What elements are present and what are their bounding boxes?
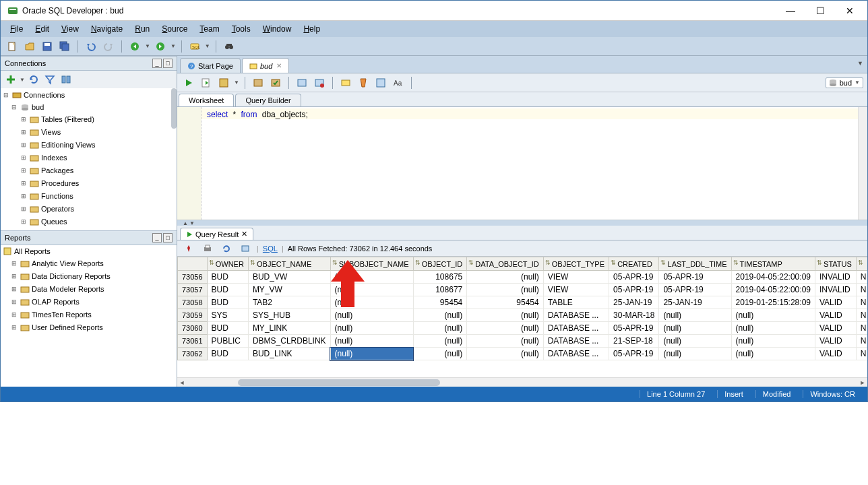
grid-cell[interactable]: (null) xyxy=(731,322,815,335)
grid-cell[interactable]: 05-APR-19 xyxy=(609,271,659,284)
grid-cell[interactable]: (null) xyxy=(330,309,413,322)
tree-item-label[interactable]: Data Modeler Reports xyxy=(32,285,104,293)
dropdown-arrow-icon[interactable]: ▼ xyxy=(205,43,210,49)
grid-cell[interactable]: (null) xyxy=(413,335,467,348)
column-header[interactable]: ⇅ OBJECT_NAME xyxy=(248,257,330,271)
grid-cell[interactable]: 05-APR-19 xyxy=(659,284,731,296)
grid-cell[interactable]: (null) xyxy=(467,348,543,360)
reports-root-label[interactable]: All Reports xyxy=(14,247,51,255)
undo-icon[interactable] xyxy=(84,39,98,54)
row-number[interactable]: 73056 xyxy=(178,271,208,284)
grid-cell[interactable]: DATABASE ... xyxy=(543,335,609,348)
tree-item-label[interactable]: Queues xyxy=(41,218,67,226)
panel-minimize-icon[interactable]: _ xyxy=(152,59,162,68)
grid-cell[interactable]: BUD_LINK xyxy=(248,348,330,360)
grid-cell[interactable]: VALID xyxy=(815,322,856,335)
grid-cell[interactable]: (null) xyxy=(330,284,413,296)
grid-cell[interactable]: VALID xyxy=(815,348,856,360)
grid-cell[interactable]: 2019-04-05:22:00:09 xyxy=(731,271,815,284)
connections-tree[interactable]: ⊟Connections ⊟bud ⊞Tables (Filtered)⊞Vie… xyxy=(1,88,177,230)
menu-team[interactable]: Team xyxy=(194,22,224,36)
grid-cell[interactable]: SYS xyxy=(207,309,248,322)
grid-cell[interactable]: VALID xyxy=(815,296,856,309)
tree-item-label[interactable]: Data Dictionary Reports xyxy=(32,272,111,280)
grid-cell[interactable]: N xyxy=(856,348,867,360)
grid-cell[interactable]: (null) xyxy=(330,271,413,284)
grid-cell[interactable]: 2019-01-25:15:28:09 xyxy=(731,296,815,309)
grid-cell[interactable]: TAB2 xyxy=(248,296,330,309)
commit-icon[interactable] xyxy=(268,75,283,90)
menu-run[interactable]: Run xyxy=(129,22,155,36)
tabs-overflow-icon[interactable]: ▼ xyxy=(857,60,863,67)
row-number[interactable]: 73060 xyxy=(178,322,208,335)
explain-plan-icon[interactable] xyxy=(216,75,231,90)
reports-tree[interactable]: All Reports ⊞Analytic View Reports⊞Data … xyxy=(1,245,177,387)
grid-cell[interactable]: (null) xyxy=(467,335,543,348)
row-number[interactable]: 73059 xyxy=(178,309,208,322)
row-number[interactable]: 73058 xyxy=(178,296,208,309)
run-statement-icon[interactable] xyxy=(181,75,196,90)
column-header[interactable]: ⇅ LAST_DDL_TIME xyxy=(659,257,731,271)
menu-file[interactable]: File xyxy=(5,22,28,36)
grid-cell[interactable]: (null) xyxy=(330,335,413,348)
maximize-button[interactable]: ☐ xyxy=(805,1,835,20)
close-button[interactable]: ✕ xyxy=(835,1,865,20)
grid-cell[interactable]: DATABASE ... xyxy=(543,309,609,322)
grid-cell[interactable]: VALID xyxy=(815,335,856,348)
grid-cell[interactable]: (null) xyxy=(731,309,815,322)
scroll-thumb[interactable] xyxy=(238,379,440,386)
grid-cell[interactable]: (null) xyxy=(413,322,467,335)
autotrace-icon[interactable] xyxy=(251,75,266,90)
tree-conn-label[interactable]: bud xyxy=(32,103,44,111)
tree-item-label[interactable]: Functions xyxy=(41,192,73,200)
pin-icon[interactable] xyxy=(181,241,196,256)
dropdown-arrow-icon[interactable]: ▼ xyxy=(170,43,176,49)
grid-cell[interactable]: (null) xyxy=(413,309,467,322)
row-number[interactable]: 73057 xyxy=(178,284,208,296)
grid-cell[interactable]: MY_LINK xyxy=(248,322,330,335)
result-grid[interactable]: ⇅ OWNER⇅ OBJECT_NAME⇅ SUBOBJECT_NAME⇅ OB… xyxy=(177,257,867,377)
scroll-right-icon[interactable]: ► xyxy=(858,378,867,387)
nav-forward-icon[interactable] xyxy=(153,39,168,54)
grid-cell[interactable]: VIEW xyxy=(543,271,609,284)
clear-icon[interactable] xyxy=(356,75,371,90)
tree-item-label[interactable]: Packages xyxy=(41,166,73,174)
grid-cell[interactable]: (null) xyxy=(731,348,815,360)
grid-cell[interactable]: BUD xyxy=(207,322,248,335)
tree-item-label[interactable]: Views xyxy=(41,128,61,136)
menu-tools[interactable]: Tools xyxy=(226,22,256,36)
menu-edit[interactable]: Edit xyxy=(30,22,55,36)
grid-cell[interactable]: (null) xyxy=(659,309,731,322)
scroll-left-icon[interactable]: ◄ xyxy=(177,378,187,387)
panel-restore-icon[interactable]: □ xyxy=(163,233,173,243)
tree-item-label[interactable]: Tables (Filtered) xyxy=(41,115,94,123)
editor-scrollbar[interactable] xyxy=(858,107,867,220)
new-icon[interactable] xyxy=(5,39,20,54)
grid-cell[interactable]: BUD xyxy=(207,271,248,284)
tree-item-label[interactable]: OLAP Reports xyxy=(32,298,80,306)
column-header[interactable] xyxy=(178,257,208,271)
grid-cell[interactable]: MY_VW xyxy=(248,284,330,296)
column-header[interactable]: ⇅ OBJECT_ID xyxy=(413,257,467,271)
grid-cell[interactable]: 108675 xyxy=(413,271,467,284)
grid-cell[interactable]: (null) xyxy=(659,335,731,348)
column-header[interactable]: ⇅ OBJECT_TYPE xyxy=(543,257,609,271)
grid-cell[interactable]: N xyxy=(856,322,867,335)
grid-cell[interactable]: N xyxy=(856,335,867,348)
tree-item-label[interactable]: TimesTen Reports xyxy=(32,311,92,319)
grid-cell[interactable]: INVALID xyxy=(815,271,856,284)
tree-item-label[interactable]: Editioning Views xyxy=(41,141,96,149)
tree-scrollbar[interactable] xyxy=(171,88,177,129)
rollback-icon[interactable] xyxy=(294,75,309,90)
tree-root-label[interactable]: Connections xyxy=(24,91,65,99)
tree-item-label[interactable]: User Defined Reports xyxy=(32,323,103,331)
tab-start-page[interactable]: ? Start Page xyxy=(180,58,241,73)
menu-window[interactable]: Window xyxy=(257,22,297,36)
grid-cell[interactable]: SYS_HUB xyxy=(248,309,330,322)
nav-back-icon[interactable] xyxy=(127,39,142,54)
tree-item-label[interactable]: Operators xyxy=(41,205,74,213)
tree-item-label[interactable]: Procedures xyxy=(41,179,79,187)
grid-cell[interactable]: (null) xyxy=(731,335,815,348)
grid-cell[interactable]: 95454 xyxy=(467,296,543,309)
grid-cell[interactable]: N xyxy=(856,309,867,322)
